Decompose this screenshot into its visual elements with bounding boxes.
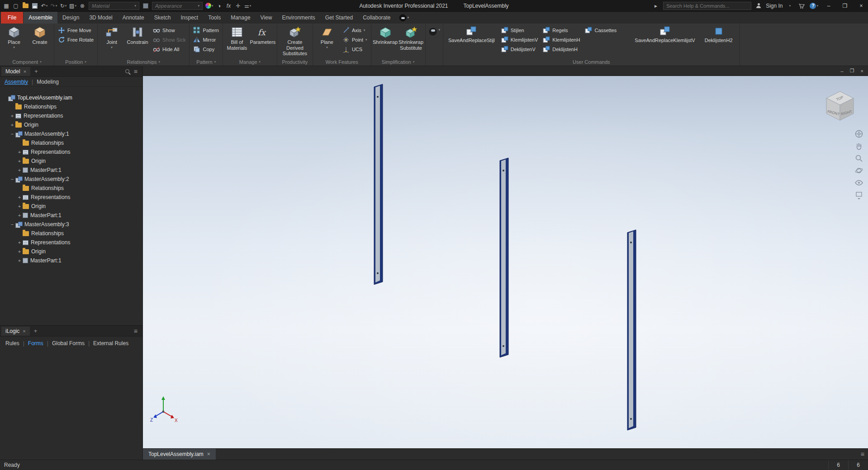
- search-icon[interactable]: [125, 69, 129, 73]
- parameters-button[interactable]: fx Parameters: [250, 24, 275, 45]
- tree-item[interactable]: Relationships: [0, 184, 142, 193]
- tab-inspect[interactable]: Inspect: [175, 12, 203, 24]
- group-label-component[interactable]: Component▾: [1, 58, 52, 66]
- open-folder-icon[interactable]: [21, 1, 30, 10]
- bill-of-materials-button[interactable]: Bill of Materials: [224, 24, 250, 51]
- ilogic-link-global-forms[interactable]: Global Forms: [52, 340, 85, 347]
- panel-menu-icon[interactable]: ≡: [134, 328, 138, 335]
- signin-button[interactable]: Sign In: [766, 3, 783, 9]
- new-file-icon[interactable]: ▢: [11, 1, 20, 10]
- post-occurrence-2[interactable]: [500, 158, 508, 357]
- tree-item[interactable]: +Origin: [0, 120, 142, 129]
- shrinkwrap-button[interactable]: Shrinkwrap: [373, 24, 398, 45]
- tree-item[interactable]: Relationships: [0, 138, 142, 147]
- plane-button[interactable]: Plane ▾: [314, 24, 340, 49]
- visual-style-dropdown[interactable]: ▾: [428, 24, 441, 36]
- subtab-modeling[interactable]: Modeling: [37, 79, 59, 85]
- tree-item[interactable]: +MasterPart:1: [0, 166, 142, 175]
- group-label-pattern[interactable]: Pattern▾: [191, 58, 221, 66]
- ucs-button[interactable]: UCS: [340, 45, 370, 54]
- tree-expander[interactable]: +: [16, 204, 23, 209]
- tree-item[interactable]: −MasterAssembly:1: [0, 129, 142, 138]
- doc-close-button[interactable]: ×: [861, 68, 863, 74]
- tree-expander[interactable]: +: [16, 158, 23, 164]
- subtab-assembly[interactable]: Assembly: [5, 79, 28, 85]
- tab-sketch[interactable]: Sketch: [149, 12, 176, 24]
- tree-item[interactable]: +MasterPart:1: [0, 211, 142, 220]
- search-input[interactable]: [663, 2, 751, 10]
- hide-all-button[interactable]: Hide All: [151, 45, 188, 54]
- window-close-button[interactable]: ×: [854, 0, 868, 11]
- pan-hand-icon[interactable]: [854, 142, 863, 151]
- cassettes-button[interactable]: Cassettes: [583, 26, 619, 35]
- tree-item[interactable]: Relationships: [0, 102, 142, 111]
- parameters-fx-icon[interactable]: fx: [224, 1, 233, 10]
- place-button[interactable]: Place ▾: [1, 24, 27, 49]
- ilogic-link-external-rules[interactable]: External Rules: [93, 340, 128, 347]
- tab-manage[interactable]: Manage: [226, 12, 255, 24]
- free-rotate-button[interactable]: Free Rotate: [56, 35, 96, 44]
- tree-expander[interactable]: +: [16, 249, 23, 254]
- document-tab-menu-icon[interactable]: ≡: [861, 451, 864, 458]
- show-sick-button[interactable]: Show Sick: [151, 35, 188, 44]
- measure-icon[interactable]: ✛: [234, 1, 243, 10]
- tree-item[interactable]: TopLevelAssembly.iam: [0, 93, 142, 102]
- close-icon[interactable]: ×: [23, 328, 25, 334]
- look-at-icon[interactable]: [854, 178, 863, 187]
- window-minimize-button[interactable]: –: [822, 0, 835, 11]
- tree-expander[interactable]: +: [16, 167, 23, 173]
- tab-view[interactable]: View: [256, 12, 277, 24]
- tab-assemble[interactable]: Assemble: [24, 12, 57, 24]
- graphics-canvas[interactable]: TOP FRONT RIGHT X Z: [143, 76, 868, 448]
- deklijstenh-button[interactable]: DeklijstenH: [541, 45, 582, 54]
- tab-file[interactable]: File: [1, 12, 23, 24]
- group-label-user-commands[interactable]: User Commands: [445, 58, 738, 66]
- tree-expander[interactable]: +: [16, 240, 23, 245]
- add-panel-button[interactable]: +: [32, 68, 41, 75]
- doc-restore-button[interactable]: ❐: [850, 68, 854, 74]
- tree-item[interactable]: +Origin: [0, 157, 142, 166]
- tree-item[interactable]: +Origin: [0, 247, 142, 256]
- copy-button[interactable]: Copy: [191, 45, 221, 54]
- tree-item[interactable]: +Origin: [0, 202, 142, 211]
- zoom-icon[interactable]: [854, 154, 863, 163]
- add-panel-button[interactable]: +: [31, 328, 40, 334]
- update-button[interactable]: ↻▾: [59, 1, 68, 10]
- deklijstenh2-button[interactable]: DeklijstenH2: [699, 24, 738, 43]
- ilogic-tab[interactable]: iLogic ×: [1, 327, 30, 336]
- ilogic-link-forms[interactable]: Forms: [28, 340, 43, 347]
- store-cart-icon[interactable]: [797, 1, 806, 10]
- orbit-icon[interactable]: [854, 166, 863, 175]
- mirror-button[interactable]: Mirror: [191, 35, 221, 44]
- window-restore-button[interactable]: ❐: [838, 0, 852, 11]
- steering-wheel-icon[interactable]: [854, 129, 863, 138]
- tree-expander[interactable]: +: [16, 195, 23, 200]
- help-icon[interactable]: ?▾: [809, 1, 819, 10]
- tree-item[interactable]: +Representations: [0, 238, 142, 247]
- tree-expander[interactable]: −: [9, 131, 15, 137]
- cloud-status-button[interactable]: ▾: [396, 12, 413, 24]
- tree-expander[interactable]: −: [9, 222, 15, 227]
- tree-expander[interactable]: +: [16, 258, 23, 263]
- group-label-position[interactable]: Position▾: [56, 58, 96, 66]
- regels-button[interactable]: Regels: [541, 26, 582, 35]
- viewcube[interactable]: TOP FRONT RIGHT: [826, 91, 854, 120]
- tree-item[interactable]: +MasterPart:1: [0, 256, 142, 265]
- ilogic-link-rules[interactable]: Rules: [5, 340, 19, 347]
- tree-expander[interactable]: +: [9, 122, 15, 128]
- redo-button[interactable]: ↷▾: [49, 1, 58, 10]
- free-move-button[interactable]: Free Move: [56, 26, 96, 35]
- tab-3d-model[interactable]: 3D Model: [84, 12, 117, 24]
- tree-expander[interactable]: +: [16, 149, 23, 155]
- tab-collaborate[interactable]: Collaborate: [358, 12, 395, 24]
- tab-annotate[interactable]: Annotate: [118, 12, 149, 24]
- tree-item[interactable]: −MasterAssembly:3: [0, 220, 142, 229]
- tree-expander[interactable]: +: [9, 113, 15, 119]
- color-wheel-icon[interactable]: ▾: [204, 1, 214, 10]
- point-button[interactable]: Point ▾: [340, 35, 370, 44]
- group-label-work-features[interactable]: Work Features: [314, 58, 370, 66]
- close-icon[interactable]: ×: [207, 451, 210, 457]
- tab-get-started[interactable]: Get Started: [320, 12, 358, 24]
- document-tab[interactable]: TopLevelAssembly.iam ×: [143, 449, 216, 460]
- tab-design[interactable]: Design: [57, 12, 84, 24]
